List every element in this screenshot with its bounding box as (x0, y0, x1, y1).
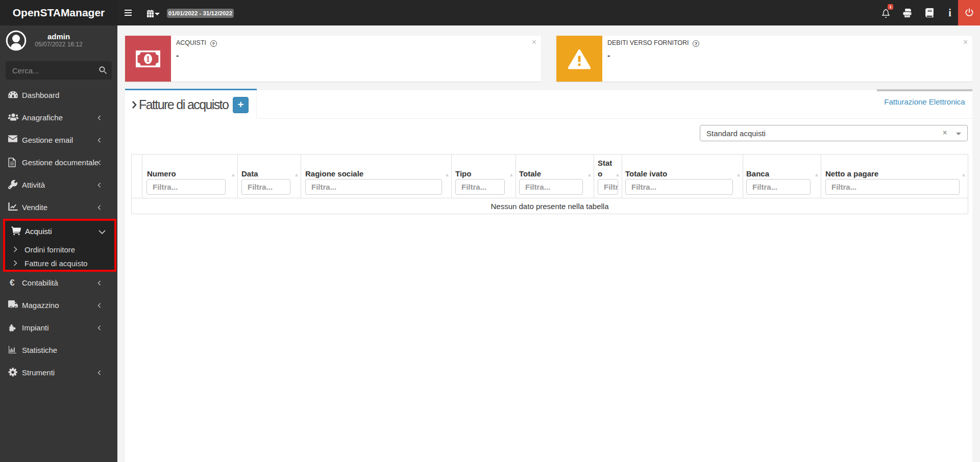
svg-text:1: 1 (146, 55, 150, 63)
